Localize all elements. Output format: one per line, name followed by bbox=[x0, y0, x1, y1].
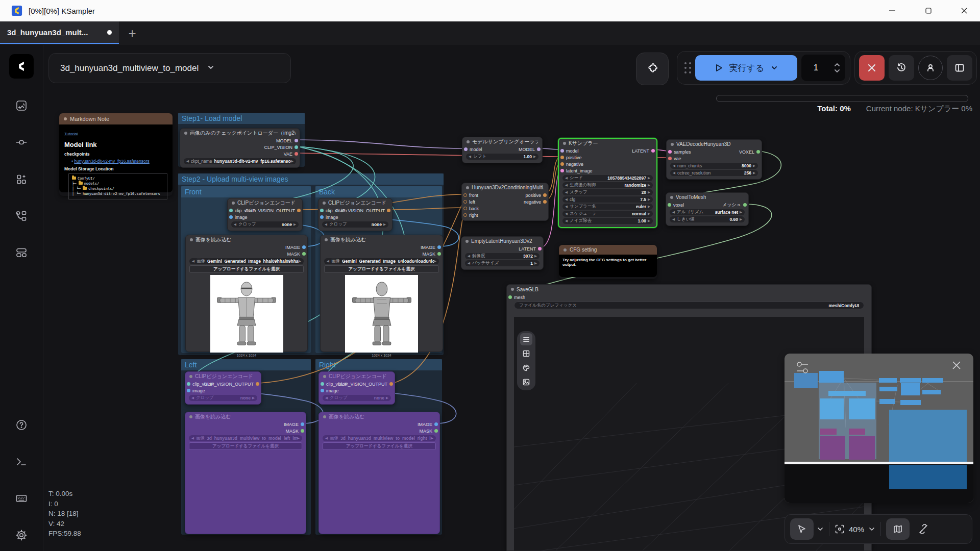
input-port-samples[interactable]: samples bbox=[668, 148, 691, 155]
widget-クロップ[interactable]: ◀クロップnone▶ bbox=[323, 395, 391, 401]
node-header[interactable]: Hunyuan3Dv2ConditioningMulti... bbox=[462, 183, 548, 192]
maximize-button[interactable] bbox=[914, 0, 943, 21]
node-load-image-front[interactable]: 画像を読み込むIMAGEMASK◀画像Gemini_Generated_Imag… bbox=[185, 235, 308, 352]
drag-handle-icon[interactable] bbox=[684, 62, 691, 73]
widget-left-arrow[interactable]: ◀ bbox=[565, 205, 568, 209]
node-clip-vision-encode-left[interactable]: CLIPビジョンエンコードclip_visionCLIP_VISION_OUTP… bbox=[185, 371, 261, 405]
port-dot[interactable] bbox=[301, 429, 304, 433]
widget-right-arrow[interactable]: ▶ bbox=[740, 217, 742, 221]
mesh-input-port[interactable]: mesh bbox=[508, 294, 525, 300]
widget-ckpt_name[interactable]: ◀ckpt_namehunyuan3d-dit-v2-mv_fp16.safet… bbox=[184, 158, 296, 164]
port-dot[interactable] bbox=[321, 382, 324, 386]
widget-left-arrow[interactable]: ◀ bbox=[468, 254, 470, 258]
collapse-dot-icon[interactable] bbox=[323, 415, 326, 418]
port-dot[interactable] bbox=[560, 169, 564, 172]
widget-num_chunks[interactable]: ◀num_chunks8000▶ bbox=[670, 163, 758, 169]
group-header[interactable]: Step2 - Upload multi-view images bbox=[178, 173, 444, 185]
toggle-links-button[interactable] bbox=[912, 518, 935, 540]
output-port-MODEL[interactable]: MODEL bbox=[519, 146, 541, 153]
node-header[interactable]: 画像を読み込む bbox=[185, 412, 306, 421]
node-clip-vision-encode-right[interactable]: CLIPビジョンエンコードclip_visionCLIP_VISION_OUTP… bbox=[318, 371, 395, 405]
output-port-IMAGE[interactable]: IMAGE bbox=[421, 244, 441, 251]
collapse-dot-icon[interactable] bbox=[184, 132, 187, 135]
group-header[interactable]: Step1- Load model bbox=[178, 113, 305, 124]
upload-file-button[interactable]: アップロードするファイルを選択 bbox=[189, 265, 304, 273]
collapse-dot-icon[interactable] bbox=[190, 238, 193, 241]
widget-right-arrow[interactable]: ▶ bbox=[753, 164, 755, 168]
port-dot[interactable] bbox=[387, 209, 390, 212]
port-dot[interactable] bbox=[321, 389, 324, 392]
extensions-button[interactable] bbox=[636, 53, 669, 85]
node-header[interactable]: Kサンプラー bbox=[559, 139, 656, 147]
port-dot[interactable] bbox=[434, 429, 438, 433]
widget-left-arrow[interactable]: ◀ bbox=[325, 396, 328, 400]
port-dot[interactable] bbox=[297, 209, 301, 212]
port-dot[interactable] bbox=[668, 157, 672, 160]
node-cfg-note[interactable]: CFG setting Try adjusting the CFG settin… bbox=[559, 245, 657, 279]
new-tab-button[interactable]: + bbox=[119, 21, 145, 45]
port-dot[interactable] bbox=[560, 156, 564, 159]
output-port-VAE[interactable]: VAE bbox=[284, 151, 298, 157]
widget-left-arrow[interactable]: ◀ bbox=[192, 259, 194, 263]
widget-シード[interactable]: ◀シード1057885434252897▶ bbox=[562, 175, 653, 181]
widget-ノイズ除去[interactable]: ◀ノイズ除去1.00▶ bbox=[562, 218, 653, 224]
history-button[interactable] bbox=[889, 55, 914, 81]
port-dot[interactable] bbox=[464, 147, 468, 151]
widget-right-arrow[interactable]: ▶ bbox=[648, 190, 650, 194]
node-header[interactable]: モデルサンプリングオーラフロー bbox=[462, 137, 542, 146]
output-port-positive[interactable]: positive bbox=[525, 192, 547, 198]
widget-left-arrow[interactable]: ◀ bbox=[672, 217, 675, 221]
node-model-sampling-auraflow[interactable]: モデルサンプリングオーラフローmodelMODEL◀シフト1.00▶ bbox=[462, 137, 543, 163]
widget-right-arrow[interactable]: ▶ bbox=[383, 222, 386, 227]
widget-right-arrow[interactable]: ▶ bbox=[648, 219, 650, 223]
graph-minimap[interactable] bbox=[785, 354, 973, 503]
collapse-dot-icon[interactable] bbox=[325, 238, 328, 241]
port-dot[interactable] bbox=[543, 200, 547, 204]
output-port-MASK[interactable]: MASK bbox=[422, 251, 441, 257]
widget-left-arrow[interactable]: ◀ bbox=[673, 171, 675, 175]
widget-left-arrow[interactable]: ◀ bbox=[565, 197, 568, 202]
output-port-MASK[interactable]: MASK bbox=[419, 428, 438, 434]
port-dot[interactable] bbox=[295, 152, 298, 156]
widget-right-arrow[interactable]: ▶ bbox=[648, 205, 650, 209]
collapse-dot-icon[interactable] bbox=[564, 248, 567, 252]
node-ksampler[interactable]: KサンプラーmodelLATENTpositivenegativelatent_… bbox=[558, 138, 657, 228]
output-port-CLIP_VISION[interactable]: CLIP_VISION bbox=[264, 144, 298, 151]
port-dot[interactable] bbox=[302, 252, 306, 256]
viewport-image-button[interactable] bbox=[520, 376, 532, 388]
node-header[interactable]: VoxelToMesh bbox=[666, 193, 748, 202]
widget-right-arrow[interactable]: ▶ bbox=[534, 261, 537, 265]
collapse-dot-icon[interactable] bbox=[64, 117, 67, 120]
widget-バッチサイズ[interactable]: ◀バッチサイズ1▶ bbox=[465, 260, 540, 266]
port-dot[interactable] bbox=[320, 215, 324, 219]
port-dot[interactable] bbox=[538, 247, 542, 251]
port-dot[interactable] bbox=[668, 203, 671, 207]
viewport-menu-button[interactable] bbox=[520, 333, 532, 345]
node-header[interactable]: CLIPビジョンエンコード bbox=[228, 198, 302, 207]
widget-left-arrow[interactable]: ◀ bbox=[468, 261, 470, 265]
node-header[interactable]: 画像を読み込む bbox=[186, 235, 307, 244]
viewport-material-button[interactable] bbox=[520, 362, 532, 374]
sidebar-toggle-button[interactable] bbox=[947, 55, 972, 81]
output-port-メッシュ[interactable]: メッシュ bbox=[722, 202, 747, 208]
widget-left-arrow[interactable]: ◀ bbox=[325, 222, 327, 227]
input-port-negative[interactable]: negative bbox=[560, 161, 583, 167]
port-dot[interactable] bbox=[389, 382, 393, 386]
node-hunyuan3d-conditioning[interactable]: Hunyuan3Dv2ConditioningMulti...frontposi… bbox=[461, 183, 549, 221]
collapse-dot-icon[interactable] bbox=[465, 240, 469, 243]
node-markdown-note[interactable]: Markdown Note Tutorial Model link checkp… bbox=[59, 113, 173, 196]
upload-file-button[interactable]: アップロードするファイルを選択 bbox=[324, 265, 439, 273]
widget-left-arrow[interactable]: ◀ bbox=[191, 396, 194, 400]
port-dot[interactable] bbox=[434, 422, 438, 426]
collapse-dot-icon[interactable] bbox=[189, 375, 192, 378]
port-dot[interactable] bbox=[229, 215, 233, 219]
chevron-down-icon[interactable] bbox=[770, 64, 778, 72]
input-port-vae[interactable]: vae bbox=[668, 155, 681, 162]
widget-ステップ[interactable]: ◀ステップ20▶ bbox=[562, 189, 653, 195]
widget-right-arrow[interactable]: ▶ bbox=[740, 210, 742, 214]
collapse-dot-icon[interactable] bbox=[670, 196, 673, 199]
node-load-image-back[interactable]: 画像を読み込むIMAGEMASK◀画像Gemini_Generated_Imag… bbox=[320, 235, 443, 352]
input-port-image[interactable]: image bbox=[229, 214, 248, 220]
output-port-CLIP_VISION_OUTPUT[interactable]: CLIP_VISION_OUTPUT bbox=[204, 381, 259, 387]
group-header[interactable]: Left bbox=[181, 359, 311, 370]
